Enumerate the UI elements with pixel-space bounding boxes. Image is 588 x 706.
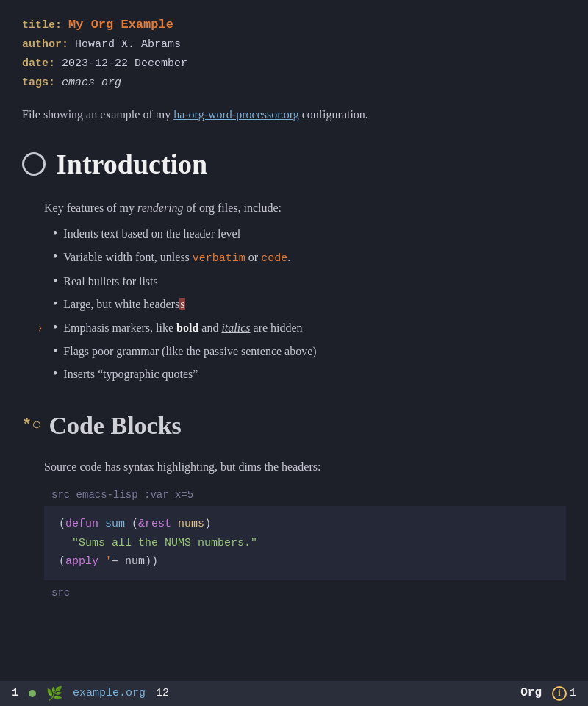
list-item-text: Real bullets for lists [63,272,566,291]
bullet-dot-icon: • [53,321,57,334]
syn-function: sum [105,518,125,530]
meta-date-line: date: 2023-12-22 December [22,55,566,73]
status-dot-icon [29,690,36,697]
status-bar: 1 🌿 example.org 12 Org i 1 [0,681,588,706]
author-value: Howard X. Abrams [75,38,181,51]
status-info-count: 1 [570,685,576,702]
h1-intro-before: Key features of my [44,202,137,214]
h1-title: Introduction [56,142,207,187]
status-info: i 1 [552,685,576,702]
status-info-icon: i [552,686,567,701]
syn-plain [98,555,105,568]
list-item-text: Flags poor grammar (like the passive sen… [63,342,566,361]
syn-keyword: &rest [138,518,171,530]
code-line-1: (defun sum (&rest nums) [59,515,551,534]
bullet-dot-icon: • [53,227,57,240]
syn-plain [171,518,178,530]
code-line-3: (apply '+ num)) [59,552,551,571]
metadata-section: title: My Org Example author: Howard X. … [22,15,566,92]
syn-plain: ( [125,518,138,530]
cursor: s [179,298,185,310]
status-line-number: 1 [12,685,18,702]
syn-param: nums [178,518,204,530]
h1-intro-after: of org files, include: [184,202,282,214]
intro-link[interactable]: ha-org-word-processor.org [173,108,298,121]
list-item-text: Variable width font, unless verbatim or … [63,248,566,268]
syn-plain: ( [59,555,65,568]
meta-author-line: author: Howard X. Abrams [22,36,566,54]
bullet-dot-icon: • [53,367,57,380]
h1-header: Introduction [22,142,566,187]
meta-tags-line: tags: emacs org [22,74,566,92]
list-item: • Indents text based on the header level [53,224,566,243]
list-item-text: Indents text based on the header level [63,224,566,243]
syn-plain: + num)) [112,555,158,568]
meta-title-line: title: My Org Example [22,15,566,35]
list-item-text: Large, but white headerss [63,295,566,314]
title-value: My Org Example [68,18,173,32]
code-block-footer: src [44,585,566,601]
list-item-text: Emphasis markers, like bold and italics … [63,318,566,338]
list-item: • Flags poor grammar (like the passive s… [53,342,566,361]
h1-intro-italic: rendering [137,202,184,214]
intro-paragraph: File showing an example of my ha-org-wor… [22,105,566,124]
code-line-2: "Sums all the NUMS numbers." [59,534,551,553]
status-mode: Org [520,684,542,703]
intro-text-after: configuration. [299,108,368,121]
bullet-dot-icon: • [53,274,57,288]
syn-symbol: ' [105,555,112,568]
h1-bullet-icon [22,152,46,176]
h1-intro-text: Key features of my rendering of org file… [44,199,566,218]
bullet-dot-icon: • [53,250,57,263]
intro-text-before: File showing an example of my [22,108,173,121]
bullet-dot-icon: • [53,344,57,357]
syn-plain: ) [204,518,211,530]
code-block: (defun sum (&rest nums) "Sums all the NU… [44,506,566,580]
h2-content: Source code has syntax highlighting, but… [22,457,566,601]
list-item-text: Inserts “typographic quotes” [63,365,566,384]
tags-value: emacs org [62,76,121,89]
list-item: • Variable width font, unless verbatim o… [53,248,566,268]
syn-string: "Sums all the NUMS numbers." [59,537,257,549]
list-item: • Large, but white headerss [53,295,566,314]
h1-content: Key features of my rendering of org file… [22,199,566,384]
h2-code-blocks-section: *○ Code Blocks Source code has syntax hi… [22,406,566,601]
h1-introduction-section: Introduction Key features of my renderin… [22,142,566,384]
status-column: 12 [156,685,169,702]
bold-text: bold [176,321,198,334]
title-key: title: [22,19,62,32]
emacs-icon: 🌿 [46,683,62,705]
date-key: date: [22,57,55,70]
active-line-arrow-icon: › [38,318,42,338]
main-content: title: My Org Example author: Howard X. … [0,0,588,660]
list-item-active: › • Emphasis markers, like bold and ital… [53,318,566,338]
h2-title: Code Blocks [49,406,181,446]
syn-plain: ( [59,518,65,530]
h2-intro-text: Source code has syntax highlighting, but… [44,457,566,477]
h1-bullet-list: • Indents text based on the header level… [44,224,566,384]
date-value: 2023-12-22 December [62,57,187,70]
syn-keyword: defun [65,518,98,530]
code-block-header: src emacs-lisp :var x=5 [44,487,566,503]
author-key: author: [22,38,68,51]
syn-plain [98,518,105,530]
list-item: • Inserts “typographic quotes” [53,365,566,384]
list-item: • Real bullets for lists [53,272,566,291]
h2-header: *○ Code Blocks [22,406,566,446]
h2-prefix: *○ [22,413,41,438]
syn-keyword: apply [65,555,98,568]
verbatim-text: verbatim [193,252,245,265]
code-inline-text: code [261,252,287,265]
bullet-dot-icon: • [53,297,57,310]
italic-text: italics [221,321,250,334]
tags-key: tags: [22,76,55,89]
status-filename: example.org [73,685,146,702]
